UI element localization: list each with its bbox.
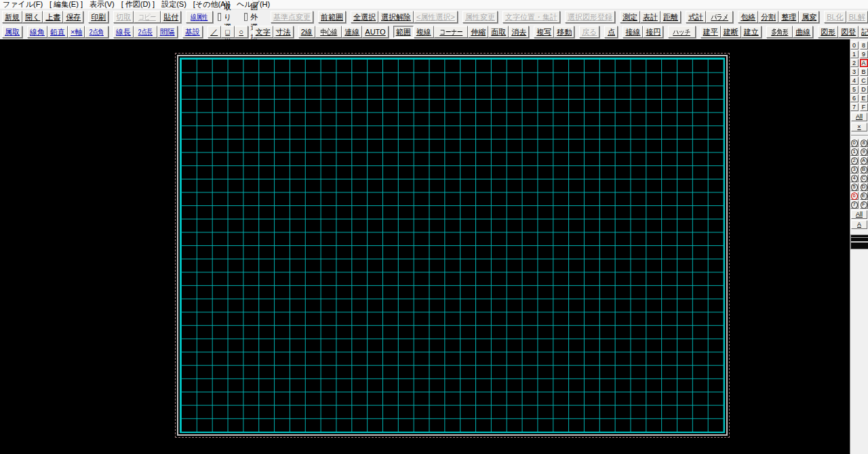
menu-settings[interactable]: 設定(S) [161, 0, 186, 9]
layer-group-btn-0[interactable]: 0 [850, 139, 859, 147]
layer-btn-1[interactable]: 1 [850, 50, 859, 58]
new-button[interactable]: 新規 [2, 11, 22, 23]
tangent-circle-button[interactable]: 接円 [643, 26, 663, 38]
shape-register-button[interactable]: 図登 [838, 26, 859, 38]
parallel-line-button[interactable]: 複線 [414, 26, 434, 38]
overwrite-button[interactable]: 上書 [43, 11, 63, 23]
line-attribute-button[interactable]: 線属性 [186, 11, 213, 23]
layer-btn-9[interactable]: 9 [860, 50, 868, 58]
layer-group-btn-2[interactable]: 2 [850, 157, 859, 165]
point-button[interactable]: 点 [604, 26, 618, 38]
attr-modify-button[interactable]: 属変 [799, 11, 819, 23]
measure-button[interactable]: 測定 [620, 11, 640, 23]
curve-button[interactable]: 曲線 [793, 26, 813, 38]
line-length-button[interactable]: 線長 [113, 26, 134, 38]
layer-groups-a-button[interactable]: A [851, 220, 867, 229]
layers-all-button[interactable]: All [851, 112, 867, 121]
arch-section-button[interactable]: 建断 [721, 26, 741, 38]
layer-groups-all-button[interactable]: All [851, 210, 867, 219]
line-angle-button[interactable]: 線角 [27, 26, 47, 38]
centerline-button[interactable]: 中心線 [315, 26, 342, 38]
arch-plan-button[interactable]: 建平 [701, 26, 721, 38]
previous-range-button[interactable]: 前範囲 [318, 11, 346, 23]
attr-pick-button[interactable]: 属取 [2, 26, 22, 38]
move-button[interactable]: 移動 [554, 26, 574, 38]
two-point-angle-button[interactable]: 2点角 [85, 26, 108, 38]
layer-btn-5[interactable]: 5 [850, 85, 859, 94]
hatch-button[interactable]: ハッチ [668, 26, 695, 38]
two-point-length-button[interactable]: 2点長 [134, 26, 157, 38]
drawing-canvas[interactable] [0, 39, 850, 454]
layer-group-btn-5[interactable]: 5 [850, 183, 859, 191]
arch-elevation-button[interactable]: 建立 [741, 26, 762, 38]
save-button[interactable]: 保存 [63, 11, 83, 23]
layer-group-btn-9[interactable]: 9 [860, 148, 868, 156]
envelope-button[interactable]: 包絡 [738, 11, 758, 23]
print-button[interactable]: 印刷 [88, 11, 108, 23]
distance-button[interactable]: 距離 [660, 11, 681, 23]
chamfer-button[interactable]: 面取 [488, 26, 509, 38]
layer-group-btn-8[interactable]: 8 [860, 139, 868, 147]
double-line-button[interactable]: 2線 [298, 26, 315, 38]
table-calc-button[interactable]: 表計 [640, 11, 660, 23]
layer-btn-C[interactable]: C [860, 77, 868, 85]
tidy-button[interactable]: 整理 [778, 11, 799, 23]
layer-group-btn-B[interactable]: B [860, 165, 868, 173]
layer-group-btn-C[interactable]: C [860, 174, 868, 182]
layer-btn-2[interactable]: 2 [850, 59, 859, 67]
range-select-button[interactable]: 範囲 [393, 26, 414, 38]
layer-group-btn-7[interactable]: 7 [850, 201, 859, 209]
menu-edit[interactable]: [ 編集(E) ] [50, 0, 83, 9]
copy-shape-button[interactable]: 複写 [534, 26, 554, 38]
layer-group-btn-1[interactable]: 1 [850, 148, 859, 156]
layer-group-btn-D[interactable]: D [860, 183, 868, 191]
layer-btn-D[interactable]: D [860, 85, 868, 94]
menu-file[interactable]: ファイル(F) [3, 0, 43, 9]
menu-draw[interactable]: [ 作図(D) ] [121, 0, 155, 9]
layer-group-btn-4[interactable]: 4 [850, 174, 859, 182]
select-all-button[interactable]: 全選択 [351, 11, 378, 23]
shape-button[interactable]: 図形 [818, 26, 838, 38]
parametric-button[interactable]: パラメ [706, 11, 733, 23]
perpendicular-button[interactable]: 鉛直 [47, 26, 68, 38]
line-attribute-swatch[interactable] [850, 234, 868, 249]
base-settings-button[interactable]: 基設 [182, 26, 203, 38]
layer-group-btn-F[interactable]: F [860, 201, 868, 209]
layer-btn-4[interactable]: 4 [850, 77, 859, 85]
menu-view[interactable]: 表示(V) [90, 0, 115, 9]
deselect-button[interactable]: 選択解除 [378, 11, 414, 23]
layer-btn-8[interactable]: 8 [860, 41, 868, 49]
layer-btn-6[interactable]: 6 [850, 94, 859, 102]
layers-clear-button[interactable]: × [851, 123, 867, 131]
auto-mode-button[interactable]: AUTO [362, 26, 388, 38]
layer-btn-0[interactable]: 0 [850, 41, 859, 49]
layer-group-btn-E[interactable]: E [860, 192, 868, 200]
rectangle-button[interactable]: □ [221, 26, 235, 38]
divide-button[interactable]: 分割 [758, 11, 778, 23]
paste-button[interactable]: 貼付 [161, 11, 181, 23]
layer-btn-7[interactable]: 7 [850, 103, 859, 111]
tangent-line-button[interactable]: 接線 [623, 26, 643, 38]
open-button[interactable]: 開く [22, 11, 43, 23]
polyline-button[interactable]: 連線 [342, 26, 362, 38]
layer-group-btn-6[interactable]: 6 [850, 192, 859, 200]
layer-btn-3[interactable]: 3 [850, 68, 859, 76]
text-change-button[interactable]: 記変 [859, 26, 868, 38]
dimension-tool-button[interactable]: 寸法 [273, 26, 294, 38]
formula-calc-button[interactable]: 式計 [686, 11, 706, 23]
corner-button[interactable]: コーナー [434, 26, 469, 38]
layer-btn-A[interactable]: A [860, 59, 868, 67]
layer-btn-E[interactable]: E [860, 94, 868, 102]
circle-button[interactable]: ○ [235, 26, 248, 38]
layer-btn-B[interactable]: B [860, 68, 868, 76]
layer-group-btn-3[interactable]: 3 [850, 165, 859, 173]
extend-trim-button[interactable]: 伸縮 [468, 26, 488, 38]
layer-group-btn-A[interactable]: A [860, 157, 868, 165]
x-axis-button[interactable]: ×軸 [68, 26, 85, 38]
interval-button[interactable]: 間隔 [157, 26, 178, 38]
slash-button[interactable]: ／ [208, 26, 221, 38]
layer-btn-F[interactable]: F [860, 103, 868, 111]
text-tool-button[interactable]: 文字 [253, 26, 273, 38]
erase-button[interactable]: 消去 [509, 26, 529, 38]
polygon-button[interactable]: 多角形 [766, 26, 793, 38]
